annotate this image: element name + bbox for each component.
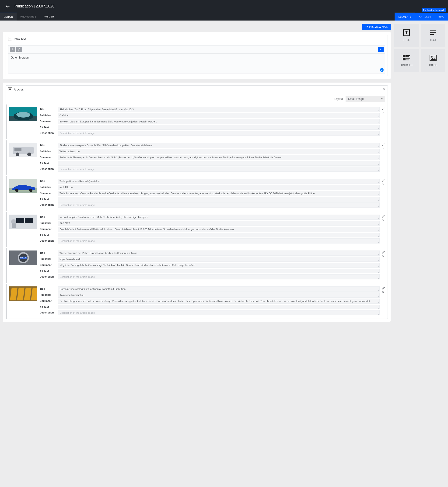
tabbar: EDITORPROPERTIESPUBLISH Publication is s…: [0, 13, 448, 21]
download-icon: [379, 48, 382, 51]
field-input-alt[interactable]: [58, 161, 380, 165]
article-row: Title Studie von Autoexperte Dudenhöffer…: [6, 141, 387, 175]
field-input-publisher[interactable]: mobiFlip.de: [58, 185, 380, 190]
article-row: Title Elektrischer "Golf"-Erbe: Allgemei…: [6, 104, 387, 139]
field-input-alt[interactable]: [58, 125, 380, 130]
field-input-publisher[interactable]: Kölnische Rundschau: [58, 292, 380, 298]
close-articles-button[interactable]: ✕: [383, 88, 385, 91]
field-input-alt[interactable]: [58, 305, 380, 309]
insert-element-button[interactable]: [378, 47, 384, 52]
remove-article-button[interactable]: ✕: [382, 291, 385, 294]
field-input-desc[interactable]: Description of the article image: [58, 310, 380, 315]
field-label-title: Title: [40, 179, 56, 182]
tab-editor[interactable]: EDITOR: [0, 13, 16, 21]
articles-block: ▤ Articles ✕ Layout Small Image Title El…: [6, 85, 388, 319]
tab-elements[interactable]: ELEMENTS: [395, 13, 415, 21]
field-input-comment[interactable]: Der Nachfrageeinbruch und der wochenlang…: [58, 298, 380, 304]
title-icon: T: [403, 29, 410, 36]
article-row: VOLVO Title Wieder Rückruf bei Volvo: Br…: [6, 248, 387, 283]
back-button[interactable]: [5, 4, 10, 9]
layout-select[interactable]: Small Image: [345, 96, 385, 102]
arrow-left-icon: [6, 5, 9, 8]
field-input-comment[interactable]: Bosch bündelt Software und Elektronik in…: [58, 227, 380, 232]
field-label-title: Title: [40, 286, 56, 290]
palette-image[interactable]: IMAGE: [421, 49, 445, 72]
field-input-publisher[interactable]: Oe24.at: [58, 113, 380, 118]
field-input-title[interactable]: Tesla peilt neues Rekord-Quartal an: [58, 179, 380, 184]
field-label-title: Title: [40, 143, 56, 147]
link-button[interactable]: [16, 47, 22, 52]
intro-textarea[interactable]: Guten Morgen! ✓: [8, 54, 385, 73]
status-message: Publication is saved.: [422, 8, 446, 12]
remove-article-button[interactable]: ✕: [382, 147, 385, 150]
svg-point-3: [16, 112, 30, 118]
field-input-publisher[interactable]: FAZ.NET: [58, 221, 380, 226]
bold-button[interactable]: B: [10, 47, 16, 52]
field-input-alt[interactable]: [58, 233, 380, 237]
palette-text[interactable]: TEXT: [421, 24, 445, 47]
article-row: Title Corona-Krise schlägt zu: Continent…: [6, 284, 387, 319]
remove-article-button[interactable]: ✕: [382, 255, 385, 258]
field-input-desc[interactable]: Description of the article image: [58, 238, 380, 244]
article-thumbnail[interactable]: [9, 107, 37, 121]
field-input-publisher[interactable]: Wirtschaftswoche: [58, 149, 380, 154]
edit-article-button[interactable]: [382, 287, 385, 290]
field-input-desc[interactable]: Description of the article image: [58, 203, 380, 208]
article-thumbnail[interactable]: [9, 143, 37, 157]
edit-article-button[interactable]: [382, 143, 385, 146]
article-thumbnail[interactable]: VOLVO: [9, 251, 37, 265]
field-input-alt[interactable]: [58, 197, 380, 202]
edit-article-button[interactable]: [382, 107, 385, 110]
field-label-alt: Alt Text: [40, 197, 56, 201]
tab-publish[interactable]: PUBLISH: [40, 13, 58, 21]
palette-label: ARTICLES: [400, 64, 412, 66]
field-input-title[interactable]: Corona-Krise schlägt zu: Continental käm…: [58, 286, 380, 291]
pencil-icon: [382, 179, 385, 182]
svg-rect-17: [12, 223, 16, 228]
field-input-comment[interactable]: In vielen Ländern Europas kann das neue …: [58, 119, 380, 124]
tab-info[interactable]: INFO: [435, 13, 448, 21]
pencil-icon: [382, 251, 385, 254]
field-label-publisher: Publisher: [40, 257, 56, 260]
article-row: Title Neuordnung im Bosch-Konzern: Mehr …: [6, 212, 387, 247]
article-thumbnail[interactable]: [9, 215, 37, 229]
field-input-publisher[interactable]: https://www.hna.de: [58, 257, 380, 262]
article-thumbnail[interactable]: [9, 286, 37, 301]
field-label-desc: Description: [40, 310, 56, 314]
remove-article-button[interactable]: ✕: [382, 219, 385, 222]
article-thumbnail[interactable]: [9, 179, 37, 193]
field-input-comment[interactable]: Mögliche Brandgefahr bei Volvo sorgt für…: [58, 263, 380, 268]
preview-mail-button[interactable]: PREVIEW MAIL: [362, 24, 391, 30]
field-label-alt: Alt Text: [40, 161, 56, 165]
field-input-desc[interactable]: Description of the article image: [58, 274, 380, 279]
edit-article-button[interactable]: [382, 251, 385, 254]
pencil-icon: [382, 143, 385, 146]
edit-article-button[interactable]: [382, 179, 385, 182]
image-icon: [429, 55, 437, 61]
remove-article-button[interactable]: ✕: [382, 111, 385, 114]
field-input-desc[interactable]: Description of the article image: [58, 166, 380, 172]
field-input-desc[interactable]: Description of the article image: [58, 131, 380, 136]
palette-articles[interactable]: ARTICLES: [394, 49, 419, 72]
tab-properties[interactable]: PROPERTIES: [16, 13, 40, 21]
palette-title[interactable]: TTITLE: [394, 24, 419, 47]
field-input-title[interactable]: Neuordnung im Bosch-Konzern: Mehr Techni…: [58, 215, 380, 220]
field-input-alt[interactable]: [58, 269, 380, 273]
tab-articles[interactable]: ARTICLES: [415, 13, 435, 21]
field-input-comment[interactable]: Tesla konnte trotz Corona-Pandemie solid…: [58, 191, 380, 196]
field-input-comment[interactable]: Jeder dritte Neuwagen in Deutschland ist…: [58, 155, 380, 160]
svg-rect-36: [403, 58, 406, 60]
remove-article-button[interactable]: ✕: [382, 183, 385, 186]
field-label-alt: Alt Text: [40, 233, 56, 236]
field-label-desc: Description: [40, 166, 56, 170]
field-input-title[interactable]: Studie von Autoexperte Dudenhöffer: SUV …: [58, 143, 380, 148]
field-input-title[interactable]: Wieder Rückruf bei Volvo: Brand-Risiko b…: [58, 251, 380, 256]
layout-label: Layout: [334, 97, 343, 101]
edit-article-button[interactable]: [382, 215, 385, 218]
field-input-title[interactable]: Elektrischer "Golf"-Erbe: Allgemeiner Be…: [58, 107, 380, 112]
field-label-comment: Comment: [40, 298, 56, 302]
tabs-right: Publication is saved. ELEMENTSARTICLESIN…: [395, 13, 448, 21]
text-icon: [429, 29, 437, 36]
field-label-comment: Comment: [40, 227, 56, 230]
field-label-publisher: Publisher: [40, 113, 56, 117]
